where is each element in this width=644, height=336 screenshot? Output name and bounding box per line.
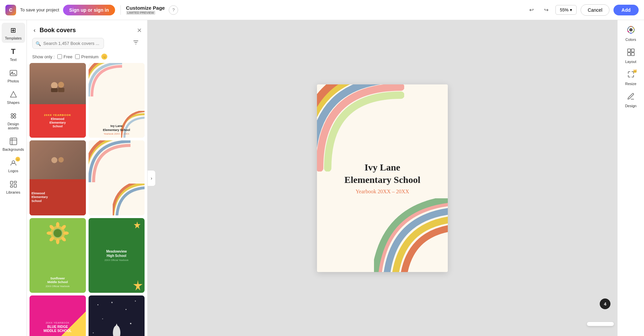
cancel-button[interactable]: Cancel [581, 4, 609, 16]
svg-point-40 [130, 323, 131, 324]
app-logo: C [5, 5, 16, 15]
rainbow-top-decoration [317, 84, 404, 172]
sidebar-item-templates[interactable]: ⊞ Templates [2, 23, 25, 43]
templates-icon: ⊞ [9, 25, 18, 35]
free-checkbox[interactable] [57, 54, 62, 59]
filter-button[interactable] [130, 38, 142, 49]
svg-point-50 [629, 28, 633, 31]
svg-point-16 [51, 82, 58, 89]
collapse-panel-button[interactable]: › [148, 170, 156, 186]
sidebar-item-backgrounds[interactable]: Backgrounds [2, 134, 25, 154]
scroll-indicator[interactable] [587, 322, 614, 326]
sidebar-item-backgrounds-label: Backgrounds [2, 147, 24, 151]
panel-header: ‹ Book covers ✕ [27, 20, 147, 38]
svg-point-24 [56, 222, 59, 227]
template-scroll-area[interactable]: 20XX YEARBOOK ElmwoodElementarySchool [27, 63, 147, 336]
panel-close-button[interactable]: ✕ [137, 27, 142, 34]
panel-back-button[interactable]: ‹ [32, 25, 37, 35]
free-checkbox-label[interactable]: Free [57, 54, 72, 59]
help-icon[interactable]: ? [169, 5, 178, 15]
svg-marker-34 [133, 280, 143, 290]
zoom-button[interactable]: 55% ▾ [555, 5, 577, 15]
svg-rect-19 [58, 88, 64, 92]
svg-point-5 [11, 116, 13, 118]
svg-rect-10 [14, 181, 16, 183]
svg-rect-60 [631, 53, 634, 56]
layout-icon [627, 48, 635, 58]
template-grid: 20XX YEARBOOK ElmwoodElementarySchool [30, 63, 145, 336]
libraries-icon [9, 180, 18, 189]
design-icon [627, 92, 635, 103]
svg-rect-12 [10, 186, 13, 187]
svg-point-20 [51, 157, 57, 163]
sidebar-item-logos[interactable]: 👑 Logos [2, 155, 25, 176]
sidebar-item-resize[interactable]: 👑 Resize [619, 68, 643, 88]
svg-point-53 [633, 31, 634, 32]
svg-point-52 [633, 27, 634, 29]
templates-panel: ‹ Book covers ✕ 🔍 Show only : Free [27, 20, 148, 336]
sidebar-item-layout-label: Layout [625, 60, 636, 64]
sidebar-item-shapes[interactable]: Shapes [2, 87, 25, 107]
template-card-blue-ridge[interactable]: 20XX YEARBOOK BLUE RIDGEMIDDLE SCHOOL 20… [30, 295, 86, 336]
search-input[interactable] [32, 38, 104, 49]
sidebar-item-design-assets[interactable]: Design assets [2, 109, 25, 133]
sidebar-item-text[interactable]: T Text [2, 44, 25, 64]
panel-title: Book covers [40, 27, 134, 34]
sidebar-item-colors[interactable]: Colors [619, 23, 643, 44]
premium-checkbox[interactable] [75, 54, 80, 59]
svg-marker-33 [134, 221, 141, 228]
sidebar-item-design-assets-label: Design assets [3, 122, 24, 130]
template-card-photo-kids[interactable]: 20XX YEARBOOK ElmwoodElementarySchool [30, 63, 86, 138]
add-button[interactable]: Add [613, 5, 639, 15]
limited-preview-badge: LIMITED PREVIEW [126, 11, 156, 15]
sidebar-item-photos[interactable]: Photos [2, 66, 25, 86]
template-card-rainbow-variation[interactable] [89, 140, 145, 215]
template-card-sunflower[interactable]: SunflowerMiddle School 20XX Official Yea… [30, 218, 86, 293]
sidebar-item-layout[interactable]: Layout [619, 46, 643, 66]
template-card-meadowview[interactable]: MeadowviewHigh School 20XX Official Year… [89, 218, 145, 293]
svg-rect-57 [628, 49, 631, 52]
signup-button[interactable]: Sign up or sign in [63, 5, 115, 15]
svg-point-4 [14, 114, 16, 116]
svg-point-39 [102, 318, 103, 319]
svg-point-6 [14, 116, 16, 118]
chevron-left-icon: ‹ [34, 27, 36, 33]
canvas-school-name: Ivy Lane Elementary School [344, 161, 420, 186]
design-assets-icon [9, 111, 18, 121]
sidebar-item-resize-label: Resize [625, 82, 637, 86]
template-card-rainbow-cream[interactable]: Ivy LaneElementary School Yearbook 20XX … [89, 63, 145, 138]
template-card-elmwood[interactable]: ElmwoodElementarySchool [30, 140, 86, 215]
svg-rect-59 [628, 53, 631, 56]
topbar: C To save your project Sign up or sign i… [0, 0, 644, 20]
premium-checkbox-label[interactable]: Premium [75, 54, 99, 59]
left-sidebar: ⊞ Templates T Text Photos Shapes [0, 20, 27, 336]
template-card-space[interactable] [89, 295, 145, 336]
redo-button[interactable]: ↪ [541, 5, 551, 15]
svg-rect-18 [51, 88, 58, 92]
sidebar-item-design[interactable]: Design [619, 90, 643, 111]
shapes-icon [9, 90, 18, 99]
svg-point-32 [54, 229, 62, 237]
svg-point-51 [630, 26, 632, 27]
logos-icon: 👑 [9, 158, 18, 167]
chevron-down-icon: ▾ [570, 7, 572, 12]
svg-point-3 [11, 114, 13, 116]
sidebar-item-text-label: Text [10, 58, 16, 62]
close-icon: ✕ [137, 27, 142, 34]
sidebar-item-libraries[interactable]: Libraries [2, 177, 25, 197]
sidebar-item-design-label: Design [625, 104, 636, 108]
search-icon: 🔍 [36, 41, 41, 46]
svg-point-17 [58, 82, 64, 88]
svg-marker-2 [10, 91, 16, 97]
main-area: ⊞ Templates T Text Photos Shapes [0, 20, 644, 336]
svg-point-1 [12, 72, 13, 73]
svg-point-56 [628, 27, 629, 29]
undo-button[interactable]: ↩ [526, 5, 537, 15]
svg-rect-11 [14, 184, 16, 187]
resize-icon: 👑 [627, 70, 635, 80]
right-sidebar: Colors Layout 👑 Resize [617, 20, 644, 336]
topbar-divider [120, 5, 121, 15]
canvas-page: Ivy Lane Elementary School Yearbook 20XX… [317, 84, 448, 272]
page-title-area: Customize Page LIMITED PREVIEW [126, 5, 165, 15]
page-title: Customize Page [126, 5, 165, 11]
